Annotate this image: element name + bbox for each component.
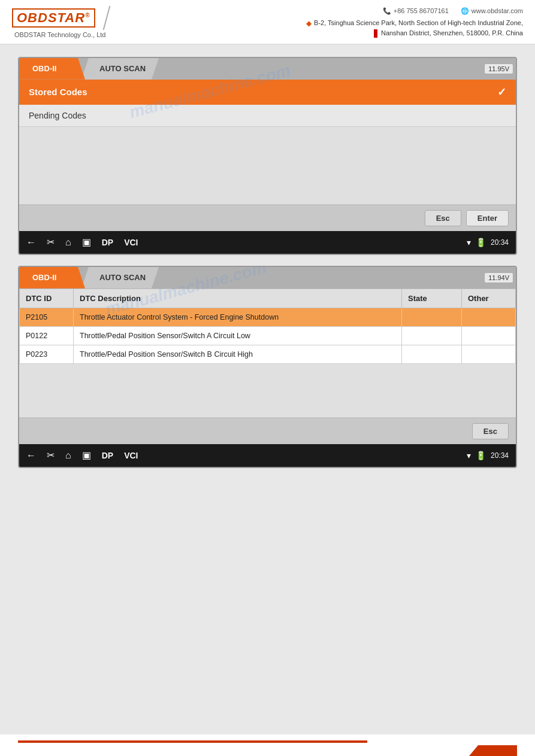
dp-icon-2[interactable]: DP (102, 451, 113, 460)
dtc-state-cell (402, 326, 462, 345)
header-right: 📞 +86 755 86707161 🌐 www.obdstar.com ◆ B… (306, 6, 523, 39)
bottom-btn-row-1: Esc Enter (19, 205, 516, 231)
tab-obd2-1[interactable]: OBD-II (19, 58, 85, 80)
tab-autoscan-1[interactable]: AUTO SCAN (81, 58, 159, 80)
dtc-table-container: DTC ID DTC Description State Other (19, 289, 516, 364)
vci-icon-2[interactable]: VCI (124, 451, 138, 460)
back-icon[interactable]: ← (26, 237, 36, 248)
empty-area-2: manualmachine.com (19, 364, 516, 418)
address-row: ◆ B-2, Tsinghua Science Park, North Sect… (306, 18, 523, 39)
address-line1: B-2, Tsinghua Science Park, North Sectio… (314, 18, 523, 29)
dtc-table: DTC ID DTC Description State Other (19, 289, 516, 364)
home-icon-2[interactable]: ⌂ (65, 450, 71, 461)
screen1: OBD-II AUTO SCAN 11.95V Stored Codes ✓ P… (18, 57, 517, 255)
footer-red-shape (469, 745, 517, 756)
dtc-state-cell (402, 308, 462, 326)
address-line2: Nanshan District, Shenzhen, 518000, P.R.… (314, 28, 523, 39)
logo-text: OBDSTAR (17, 10, 85, 25)
logo-reg: ® (85, 12, 90, 19)
tab-autoscan-2[interactable]: AUTO SCAN (81, 267, 159, 289)
col-header-state: State (402, 289, 462, 308)
scissors-icon-2[interactable]: ✂ (47, 450, 55, 461)
copy-icon[interactable]: ▣ (82, 236, 91, 248)
esc-button-2[interactable]: Esc (472, 423, 509, 439)
table-row: P2105 Throttle Actuator Control System -… (20, 308, 516, 326)
wifi-icon-2: ▾ (467, 451, 471, 460)
home-icon[interactable]: ⌂ (65, 237, 71, 248)
taskbar-1: ← ✂ ⌂ ▣ DP VCI ▾ 🔋 20:34 (19, 231, 516, 254)
address-block: B-2, Tsinghua Science Park, North Sectio… (314, 18, 523, 39)
table-row: P0122 Throttle/Pedal Position Sensor/Swi… (20, 326, 516, 345)
back-icon-2[interactable]: ← (26, 450, 36, 461)
time-display-2: 20:34 (491, 451, 509, 460)
page-header: OBDSTAR® OBDSTAR Technology Co., Ltd 📞 +… (0, 0, 535, 45)
header-left: OBDSTAR® OBDSTAR Technology Co., Ltd (12, 6, 113, 38)
tab-bar-2: OBD-II AUTO SCAN 11.94V (19, 267, 516, 289)
contact-row: 📞 +86 755 86707161 🌐 www.obdstar.com (306, 6, 523, 17)
stored-codes-bar: Stored Codes ✓ (19, 80, 516, 105)
voltage-badge-2: 11.94V (484, 272, 513, 283)
pending-codes-label: Pending Codes (29, 111, 86, 120)
col-header-dtc-id: DTC ID (20, 289, 74, 308)
dtc-other-cell (462, 308, 516, 326)
phone-icon: 📞 (383, 6, 391, 17)
logo: OBDSTAR® (12, 8, 95, 28)
taskbar-2: ← ✂ ⌂ ▣ DP VCI ▾ 🔋 20:34 (19, 444, 516, 467)
footer-divider-row (0, 745, 535, 756)
pending-codes-bar: Pending Codes (19, 105, 516, 127)
screen2: OBD-II AUTO SCAN 11.94V DTC ID DTC Descr… (18, 266, 517, 468)
bottom-btn-row-2: Esc (19, 418, 516, 444)
phone-item: 📞 +86 755 86707161 (383, 6, 449, 17)
check-icon: ✓ (497, 86, 506, 99)
scissors-icon[interactable]: ✂ (47, 236, 55, 248)
dtc-state-cell (402, 345, 462, 363)
footer-line (18, 740, 517, 743)
dtc-id-cell: P0223 (20, 345, 74, 363)
col-header-other: Other (462, 289, 516, 308)
dtc-other-cell (462, 326, 516, 345)
company-name: OBDSTAR Technology Co., Ltd (12, 31, 113, 38)
dtc-other-cell (462, 345, 516, 363)
dtc-id-cell: P0122 (20, 326, 74, 345)
dtc-id-cell: P2105 (20, 308, 74, 326)
empty-area-1: manualmachine.com (19, 127, 516, 205)
taskbar-right-2: ▾ 🔋 20:34 (467, 451, 509, 460)
battery-icon-1: 🔋 (476, 238, 486, 247)
copy-icon-2[interactable]: ▣ (82, 450, 91, 461)
time-display-1: 20:34 (491, 238, 509, 247)
location-icon: ◆ (306, 18, 312, 29)
content-area: OBD-II AUTO SCAN 11.95V Stored Codes ✓ P… (0, 45, 535, 734)
dtc-desc-cell: Throttle/Pedal Position Sensor/Switch B … (74, 345, 402, 363)
table-row: P0223 Throttle/Pedal Position Sensor/Swi… (20, 345, 516, 363)
address-line2-text: Nanshan District, Shenzhen, 518000, P.R.… (381, 29, 523, 37)
phone-number: +86 755 86707161 (394, 6, 449, 17)
dtc-desc-cell: Throttle Actuator Control System - Force… (74, 308, 402, 326)
voltage-badge-1: 11.95V (484, 63, 513, 74)
enter-button-1[interactable]: Enter (466, 210, 509, 226)
dp-icon[interactable]: DP (102, 238, 113, 247)
web-icon: 🌐 (461, 6, 469, 17)
esc-button-1[interactable]: Esc (425, 210, 461, 226)
taskbar-right-1: ▾ 🔋 20:34 (467, 238, 509, 247)
tab-obd2-2[interactable]: OBD-II (19, 267, 85, 289)
page-footer (0, 734, 535, 756)
dtc-desc-cell: Throttle/Pedal Position Sensor/Switch A … (74, 326, 402, 345)
website-text: www.obdstar.com (471, 6, 523, 17)
header-divider (102, 6, 110, 30)
table-header-row: DTC ID DTC Description State Other (20, 289, 516, 308)
vci-icon[interactable]: VCI (124, 238, 138, 247)
col-header-desc: DTC Description (74, 289, 402, 308)
logo-area: OBDSTAR® (12, 6, 113, 30)
battery-icon-2: 🔋 (476, 451, 486, 460)
wifi-icon-1: ▾ (467, 238, 471, 247)
red-bar (374, 29, 377, 38)
tab-bar-1: OBD-II AUTO SCAN 11.95V (19, 58, 516, 80)
website-item: 🌐 www.obdstar.com (461, 6, 523, 17)
stored-codes-label: Stored Codes (29, 87, 87, 97)
